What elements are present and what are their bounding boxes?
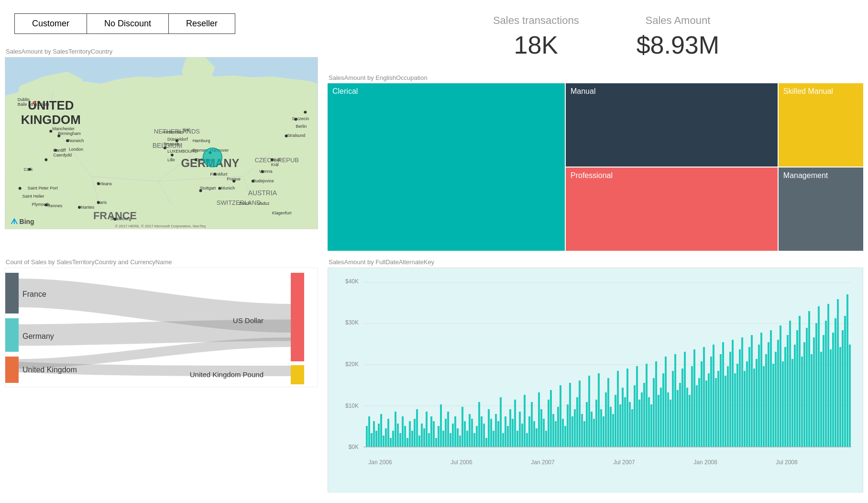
- kpi-section: Sales transactions 18K Sales Amount $8.9…: [344, 5, 868, 69]
- svg-rect-250: [681, 369, 683, 447]
- svg-rect-209: [583, 421, 585, 447]
- svg-rect-177: [507, 426, 509, 447]
- reseller-filter-button[interactable]: Reseller: [169, 13, 235, 34]
- manual-label: Manual: [571, 87, 595, 96]
- svg-text:Hamburg: Hamburg: [193, 138, 210, 143]
- svg-text:Stuttgart: Stuttgart: [200, 186, 216, 190]
- svg-text:Zurich: Zurich: [239, 201, 251, 206]
- svg-rect-235: [646, 364, 648, 447]
- svg-rect-293: [784, 347, 786, 447]
- svg-rect-245: [670, 400, 671, 447]
- svg-rect-212: [591, 412, 593, 447]
- svg-text:Budejovice: Budejovice: [253, 179, 274, 183]
- svg-rect-302: [806, 328, 808, 447]
- svg-rect-162: [471, 419, 473, 447]
- svg-text:Jul 2007: Jul 2007: [613, 459, 635, 466]
- svg-rect-240: [658, 395, 659, 447]
- sankey-section: Count of Sales by SalesTerritoryCountry …: [5, 258, 318, 387]
- svg-rect-198: [557, 407, 559, 447]
- svg-rect-232: [638, 400, 640, 447]
- svg-rect-146: [433, 421, 435, 447]
- svg-text:Plymouth: Plymouth: [32, 202, 50, 207]
- svg-rect-180: [514, 400, 516, 447]
- svg-rect-237: [650, 404, 652, 447]
- svg-point-88: [203, 148, 222, 167]
- svg-point-26: [19, 187, 22, 190]
- svg-text:Jul 2008: Jul 2008: [776, 459, 798, 466]
- no-discount-filter-button[interactable]: No Discount: [87, 13, 169, 34]
- svg-rect-294: [787, 335, 789, 447]
- svg-rect-277: [746, 361, 748, 447]
- svg-point-46: [304, 111, 307, 113]
- treemap-cell-professional[interactable]: Professional: [566, 168, 778, 251]
- treemap-cell-management[interactable]: Management: [779, 168, 863, 251]
- svg-text:© 2017 HERE, © 2017 Microsoft : © 2017 HERE, © 2017 Microsoft Corporatio…: [115, 224, 206, 228]
- svg-rect-307: [818, 306, 820, 447]
- svg-text:Král: Král: [271, 162, 279, 167]
- customer-filter-button[interactable]: Customer: [14, 13, 87, 34]
- svg-rect-138: [414, 419, 416, 447]
- svg-rect-170: [490, 419, 492, 447]
- svg-rect-282: [758, 345, 760, 447]
- svg-rect-275: [741, 337, 743, 447]
- svg-text:Saint Helier: Saint Helier: [22, 194, 44, 199]
- svg-rect-154: [452, 424, 454, 447]
- svg-text:Germany: Germany: [22, 332, 54, 340]
- clerical-label: Clerical: [332, 87, 358, 96]
- svg-text:Nantes: Nantes: [81, 205, 95, 210]
- svg-rect-287: [770, 330, 772, 447]
- svg-rect-141: [421, 424, 423, 447]
- svg-rect-217: [603, 416, 604, 447]
- svg-rect-128: [390, 438, 392, 447]
- svg-rect-139: [416, 409, 418, 447]
- treemap-cell-clerical[interactable]: Clerical: [328, 83, 565, 251]
- svg-rect-163: [473, 433, 475, 447]
- svg-rect-133: [402, 416, 404, 447]
- svg-rect-312: [830, 349, 832, 447]
- svg-text:Manchester: Manchester: [52, 126, 75, 131]
- svg-rect-313: [832, 333, 834, 447]
- svg-rect-142: [423, 428, 425, 447]
- svg-rect-92: [5, 318, 19, 352]
- svg-rect-227: [626, 369, 628, 447]
- svg-rect-298: [796, 330, 798, 447]
- svg-rect-148: [438, 426, 439, 447]
- svg-rect-247: [674, 354, 676, 447]
- map-section: SalesAmount by SalesTerritoryCountry: [5, 48, 318, 229]
- svg-rect-262: [710, 357, 712, 447]
- svg-rect-127: [387, 419, 389, 447]
- management-label: Management: [783, 171, 828, 180]
- svg-rect-167: [483, 424, 485, 447]
- svg-rect-249: [679, 383, 681, 447]
- svg-rect-191: [540, 409, 542, 447]
- svg-rect-290: [777, 340, 779, 447]
- svg-rect-193: [545, 431, 547, 447]
- svg-rect-178: [509, 409, 511, 447]
- svg-rect-140: [418, 436, 420, 447]
- svg-rect-288: [772, 364, 774, 447]
- svg-rect-234: [643, 383, 645, 447]
- treemap-cell-manual[interactable]: Manual: [566, 83, 778, 167]
- treemap-cell-skilled-manual[interactable]: Skilled Manual: [779, 83, 863, 167]
- svg-text:Frankfurt: Frankfurt: [210, 172, 227, 177]
- svg-text:$10K: $10K: [345, 402, 359, 409]
- svg-rect-181: [516, 431, 518, 447]
- svg-rect-256: [696, 385, 698, 447]
- treemap-container: Clerical Manual Skilled Manual Professio…: [328, 83, 863, 251]
- svg-rect-299: [799, 316, 801, 447]
- svg-rect-225: [622, 388, 624, 447]
- svg-rect-314: [835, 318, 836, 447]
- svg-rect-251: [684, 352, 686, 447]
- svg-rect-244: [667, 392, 669, 447]
- svg-rect-94: [291, 273, 304, 361]
- amount-kpi: Sales Amount $8.93M: [637, 14, 719, 59]
- svg-text:$40K: $40K: [345, 278, 359, 285]
- skilled-manual-label: Skilled Manual: [783, 87, 833, 96]
- svg-rect-228: [629, 402, 631, 447]
- svg-rect-224: [619, 404, 621, 447]
- svg-rect-273: [736, 364, 738, 447]
- svg-rect-174: [500, 397, 502, 447]
- svg-rect-93: [5, 357, 19, 383]
- svg-rect-120: [371, 433, 373, 447]
- svg-rect-144: [428, 433, 430, 447]
